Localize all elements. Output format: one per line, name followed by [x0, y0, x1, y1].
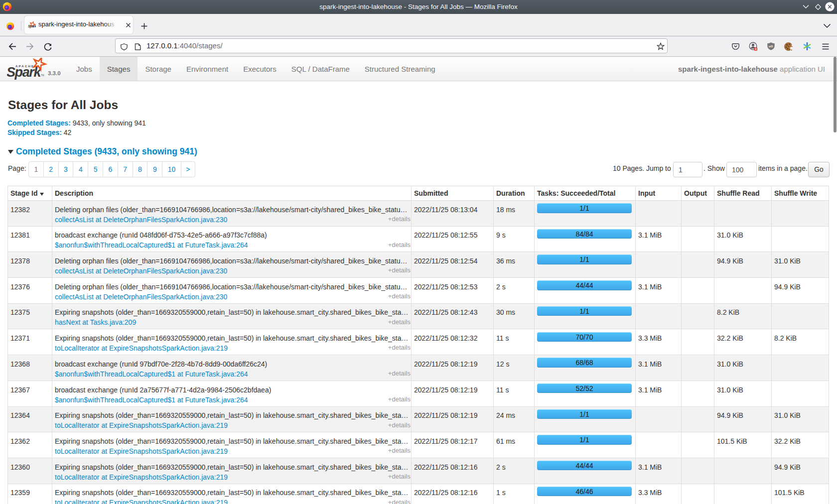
svg-text:Spark: Spark	[28, 24, 36, 28]
svg-text:Spark: Spark	[7, 65, 42, 80]
svg-text:TM: TM	[41, 74, 44, 77]
svg-text:uO: uO	[769, 45, 773, 48]
